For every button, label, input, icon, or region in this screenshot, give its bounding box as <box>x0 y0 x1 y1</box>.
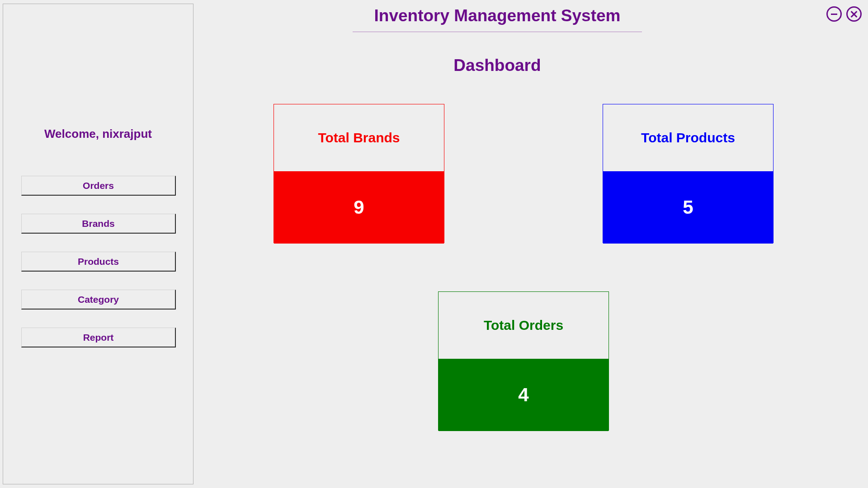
app-title: Inventory Management System <box>353 6 642 32</box>
total-orders-card[interactable]: Total Orders 4 <box>438 291 609 431</box>
minimize-button[interactable] <box>826 6 842 22</box>
nav-category[interactable]: Category <box>21 290 176 310</box>
minimize-icon <box>831 14 837 15</box>
page-title: Dashboard <box>353 56 642 75</box>
total-products-title: Total Products <box>603 104 773 171</box>
total-orders-title: Total Orders <box>439 292 609 359</box>
total-orders-value: 4 <box>439 359 609 431</box>
window-controls <box>826 6 862 22</box>
nav-products[interactable]: Products <box>21 252 176 272</box>
sidebar: Welcome, nixrajput Orders Brands Product… <box>3 4 193 484</box>
total-products-value: 5 <box>603 171 773 244</box>
nav-brands[interactable]: Brands <box>21 214 176 234</box>
nav-menu: Orders Brands Products Category Report <box>21 176 176 366</box>
nav-orders[interactable]: Orders <box>21 176 176 196</box>
total-brands-card[interactable]: Total Brands 9 <box>274 104 444 243</box>
total-brands-value: 9 <box>274 171 444 244</box>
total-brands-title: Total Brands <box>274 104 444 171</box>
close-button[interactable] <box>846 6 862 22</box>
total-products-card[interactable]: Total Products 5 <box>603 104 774 243</box>
nav-report[interactable]: Report <box>21 328 176 347</box>
welcome-text: Welcome, nixrajput <box>3 127 193 141</box>
